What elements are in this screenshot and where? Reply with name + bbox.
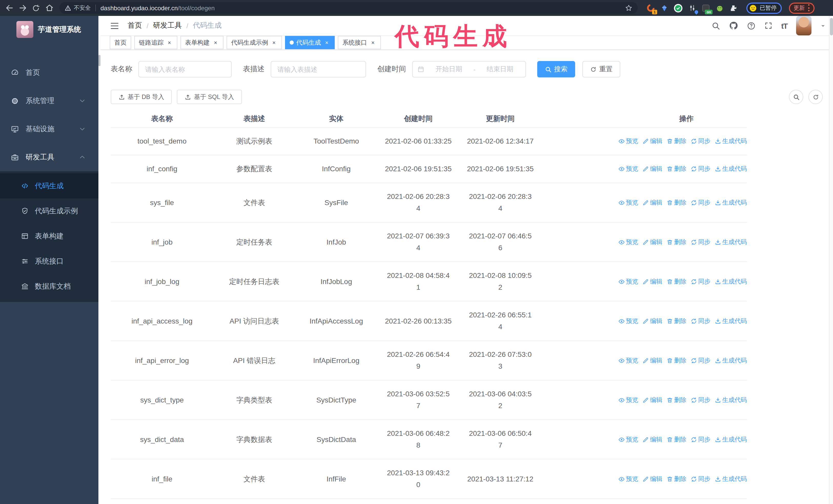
- action-edit[interactable]: 编辑: [642, 135, 662, 147]
- avatar[interactable]: [796, 16, 811, 35]
- fullscreen-icon[interactable]: [764, 22, 772, 30]
- extensions-puzzle-icon[interactable]: [729, 3, 738, 13]
- extension-frog-icon[interactable]: [715, 3, 724, 13]
- action-eye[interactable]: 预览: [618, 236, 638, 248]
- action-edit[interactable]: 编辑: [642, 394, 662, 406]
- tab-首页[interactable]: 首页: [110, 36, 131, 49]
- help-icon[interactable]: [747, 21, 756, 30]
- action-trash[interactable]: 删除: [666, 473, 686, 485]
- action-edit[interactable]: 编辑: [642, 163, 662, 175]
- recorder-paused-pill[interactable]: 已暂停: [746, 2, 782, 14]
- security-chip[interactable]: 不安全: [65, 4, 91, 12]
- action-eye[interactable]: 预览: [618, 163, 638, 175]
- browser-menu-dots-icon[interactable]: •••: [808, 4, 810, 12]
- reset-button[interactable]: 重置: [582, 61, 620, 77]
- action-edit[interactable]: 编辑: [642, 197, 662, 209]
- sidebar-item-3[interactable]: 研发工具: [0, 143, 100, 171]
- reload-icon[interactable]: [31, 3, 41, 13]
- action-download[interactable]: 生成代码: [715, 315, 747, 327]
- action-sync[interactable]: 同步: [690, 315, 711, 327]
- action-edit[interactable]: 编辑: [642, 315, 662, 327]
- tab-代码生成[interactable]: 代码生成×: [285, 36, 335, 49]
- action-eye[interactable]: 预览: [618, 394, 638, 406]
- app-logo-row[interactable]: 芋道管理系统: [0, 16, 100, 43]
- tab-系统接口[interactable]: 系统接口×: [338, 36, 381, 49]
- bookmark-star-icon[interactable]: [625, 4, 633, 12]
- font-size-icon[interactable]: tT: [781, 21, 787, 30]
- action-sync[interactable]: 同步: [690, 197, 711, 209]
- action-edit[interactable]: 编辑: [642, 355, 662, 366]
- action-sync[interactable]: 同步: [690, 163, 711, 175]
- action-eye[interactable]: 预览: [618, 473, 638, 485]
- import-sql-button[interactable]: 基于 SQL 导入: [177, 90, 242, 104]
- submenu-item-1[interactable]: 代码生成示例: [0, 198, 100, 223]
- action-eye[interactable]: 预览: [618, 315, 638, 327]
- chevron-down-icon[interactable]: [820, 23, 826, 28]
- back-icon[interactable]: [4, 3, 14, 13]
- action-edit[interactable]: 编辑: [642, 236, 662, 248]
- action-download[interactable]: 生成代码: [715, 275, 747, 287]
- action-edit[interactable]: 编辑: [642, 275, 662, 287]
- action-trash[interactable]: 删除: [666, 163, 686, 175]
- extension-check-shield-icon[interactable]: [673, 3, 683, 13]
- action-download[interactable]: 生成代码: [715, 473, 747, 485]
- hamburger-icon[interactable]: [110, 21, 119, 30]
- close-icon[interactable]: ×: [271, 39, 277, 46]
- tab-链路追踪[interactable]: 链路追踪×: [134, 36, 177, 49]
- close-icon[interactable]: ×: [212, 39, 219, 46]
- sidebar-item-0[interactable]: 首页: [0, 58, 100, 87]
- action-download[interactable]: 生成代码: [715, 433, 747, 445]
- action-sync[interactable]: 同步: [690, 394, 711, 406]
- search-icon[interactable]: [712, 21, 720, 30]
- import-db-button[interactable]: 基于 DB 导入: [111, 90, 172, 104]
- forward-icon[interactable]: [18, 3, 28, 13]
- action-trash[interactable]: 删除: [666, 135, 686, 147]
- submenu-item-4[interactable]: 数据库文档: [0, 274, 100, 299]
- action-download[interactable]: 生成代码: [715, 163, 747, 175]
- address-bar[interactable]: 不安全 dashboard.yudao.iocoder.cn/tool/code…: [60, 2, 638, 14]
- action-sync[interactable]: 同步: [690, 355, 711, 366]
- action-sync[interactable]: 同步: [690, 473, 711, 485]
- action-trash[interactable]: 删除: [666, 394, 686, 406]
- close-icon[interactable]: ×: [166, 39, 173, 46]
- action-trash[interactable]: 删除: [666, 433, 686, 445]
- tab-表单构建[interactable]: 表单构建×: [181, 36, 223, 49]
- action-download[interactable]: 生成代码: [715, 197, 747, 209]
- extension-orange-ring-icon[interactable]: 1: [646, 3, 655, 13]
- table-desc-input[interactable]: [271, 61, 366, 77]
- action-sync[interactable]: 同步: [690, 236, 711, 248]
- close-icon[interactable]: ×: [324, 39, 330, 46]
- action-download[interactable]: 生成代码: [715, 236, 747, 248]
- submenu-item-0[interactable]: 代码生成: [0, 173, 100, 198]
- action-trash[interactable]: 删除: [666, 236, 686, 248]
- sidebar-item-1[interactable]: 系统管理: [0, 87, 100, 115]
- home-icon[interactable]: [44, 3, 54, 13]
- action-download[interactable]: 生成代码: [715, 135, 747, 147]
- breadcrumb-item[interactable]: 首页: [128, 21, 142, 30]
- date-range-picker[interactable]: 开始日期 - 结束日期: [412, 61, 526, 77]
- action-edit[interactable]: 编辑: [642, 473, 662, 485]
- action-download[interactable]: 生成代码: [715, 355, 747, 366]
- action-sync[interactable]: 同步: [690, 135, 711, 147]
- action-trash[interactable]: 删除: [666, 315, 686, 327]
- github-icon[interactable]: [729, 21, 738, 30]
- sidebar-scrollbar[interactable]: [98, 16, 100, 504]
- action-download[interactable]: 生成代码: [715, 394, 747, 406]
- action-eye[interactable]: 预览: [618, 433, 638, 445]
- action-edit[interactable]: 编辑: [642, 433, 662, 445]
- action-sync[interactable]: 同步: [690, 275, 711, 287]
- action-eye[interactable]: 预览: [618, 275, 638, 287]
- submenu-item-3[interactable]: 系统接口: [0, 249, 100, 274]
- action-sync[interactable]: 同步: [690, 433, 711, 445]
- sidebar-item-2[interactable]: 基础设施: [0, 115, 100, 143]
- update-button[interactable]: 更新 •••: [789, 2, 814, 14]
- toggle-search-button[interactable]: [789, 90, 803, 104]
- table-name-input[interactable]: [138, 61, 232, 77]
- page-scrollbar[interactable]: [829, 16, 833, 504]
- submenu-item-2[interactable]: 表单构建: [0, 223, 100, 249]
- extension-dark-icon[interactable]: on: [701, 3, 711, 13]
- refresh-table-button[interactable]: [808, 90, 823, 104]
- close-icon[interactable]: ×: [370, 39, 376, 46]
- action-trash[interactable]: 删除: [666, 197, 686, 209]
- action-eye[interactable]: 预览: [618, 135, 638, 147]
